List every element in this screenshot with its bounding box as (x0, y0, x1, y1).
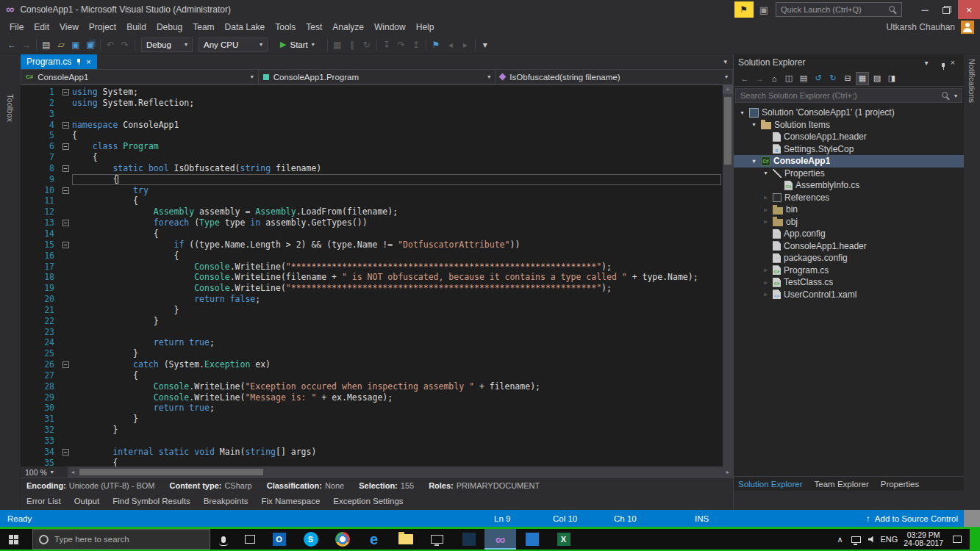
fold-collapse-icon[interactable]: − (59, 359, 72, 370)
menu-edit[interactable]: Edit (29, 22, 54, 32)
tree-expanded-arrow[interactable]: ▾ (762, 170, 770, 176)
excel-icon[interactable]: X (548, 529, 579, 550)
nav-dropdown-method[interactable]: IsObfuscated(string filename)▾ (496, 69, 733, 84)
collapse-all-icon[interactable]: ⊟ (841, 72, 854, 85)
code-editor[interactable]: 1−using System;2using System.Reflection;… (21, 84, 733, 467)
break-all-icon[interactable]: ∥ (345, 37, 360, 52)
tree-expanded-arrow[interactable]: ▾ (750, 121, 758, 128)
menu-debug[interactable]: Debug (151, 22, 187, 32)
tree-item-references[interactable]: ▹References (734, 192, 964, 204)
explorer-tab-solution-explorer[interactable]: Solution Explorer (738, 480, 803, 489)
fold-collapse-icon[interactable]: − (59, 447, 72, 458)
overflow-icon[interactable]: ▾ (478, 37, 493, 52)
edge-icon[interactable]: e (358, 529, 390, 550)
menu-project[interactable]: Project (84, 22, 121, 32)
tree-item-consoleapp1[interactable]: ▾C#ConsoleApp1 (734, 155, 964, 168)
step-over-icon[interactable]: ↷ (394, 37, 409, 52)
menu-help[interactable]: Help (411, 22, 440, 32)
menu-build[interactable]: Build (121, 22, 151, 32)
step-out-icon[interactable]: ↥ (409, 37, 423, 52)
notifications-side-tab[interactable]: Notifications (964, 54, 980, 510)
pin-icon[interactable] (76, 58, 82, 66)
home-icon[interactable]: ⌂ (768, 72, 781, 85)
sync-icon[interactable]: ↺ (812, 72, 825, 85)
menu-test[interactable]: Test (301, 22, 327, 32)
tree-collapsed-arrow[interactable]: ▹ (762, 218, 770, 225)
back-icon[interactable]: ← (4, 37, 19, 52)
menu-data-lake[interactable]: Data Lake (220, 22, 271, 32)
visual-studio-icon[interactable]: ∞ (484, 529, 516, 550)
tree-item-solution-consoleapp1-1-project[interactable]: ▾Solution 'ConsoleApp1' (1 project) (734, 107, 964, 119)
tab-program-cs[interactable]: Program.cs × (21, 54, 97, 69)
tree-collapsed-arrow[interactable]: ▹ (762, 206, 770, 213)
file-explorer-icon[interactable] (390, 529, 421, 550)
panel-tab-output[interactable]: Output (74, 497, 100, 505)
taskbar-search[interactable]: Type here to search (32, 529, 210, 550)
pending-changes-icon[interactable]: ▤ (797, 72, 810, 85)
refresh-icon[interactable]: ↻ (826, 72, 840, 85)
back-icon[interactable]: ← (738, 72, 751, 85)
tree-item-usercontrol1-xaml[interactable]: ▹<>UserControl1.xaml (734, 289, 964, 301)
tree-collapsed-arrow[interactable]: ▹ (762, 194, 770, 201)
tree-item-packages-config[interactable]: *packages.config (734, 252, 964, 264)
new-file-icon[interactable]: ▤ (39, 37, 54, 52)
save-all-icon[interactable]: ▣ (83, 37, 98, 52)
scroll-left-icon[interactable]: ◂ (68, 469, 78, 475)
forward-icon[interactable]: → (19, 37, 34, 52)
code-area[interactable]: 1−using System;2using System.Reflection;… (21, 85, 723, 467)
menu-analyze[interactable]: Analyze (327, 22, 369, 32)
tree-item-testclass-cs[interactable]: ▹C#TestClass.cs (734, 276, 964, 289)
properties-icon[interactable]: ▨ (870, 72, 884, 85)
menu-view[interactable]: View (54, 22, 84, 32)
fold-collapse-icon[interactable]: − (59, 240, 72, 251)
nav-dropdown-project[interactable]: C#ConsoleApp1▾ (21, 69, 259, 84)
flag-icon[interactable]: ⚑ (429, 37, 443, 52)
zoom-dropdown[interactable]: 100 % ▾ (21, 468, 68, 477)
signed-in-user[interactable]: Utkarsh Chauhan (887, 22, 955, 32)
tree-expanded-arrow[interactable]: ▾ (738, 109, 746, 116)
outlook-icon[interactable]: O (263, 529, 295, 550)
show-hidden-icons-button[interactable]: ∧ (831, 529, 848, 550)
save-icon[interactable]: ▣ (68, 37, 83, 52)
undo-icon[interactable]: ↶ (103, 37, 118, 52)
redo-icon[interactable]: ↷ (118, 37, 132, 52)
tree-item-bin[interactable]: ▹bin (734, 204, 964, 216)
scrollbar-thumb[interactable] (79, 469, 263, 475)
splitter-handle[interactable]: + (723, 85, 733, 94)
window-menu-chevron-icon[interactable]: ▾ (920, 59, 933, 67)
panel-tab-breakpoints[interactable]: Breakpoints (204, 497, 248, 505)
menu-window[interactable]: Window (369, 22, 411, 32)
explorer-tab-team-explorer[interactable]: Team Explorer (815, 480, 869, 489)
restart-icon[interactable]: ↻ (360, 37, 374, 52)
user-avatar[interactable] (961, 21, 974, 34)
fold-collapse-icon[interactable]: − (59, 141, 72, 152)
fold-collapse-icon[interactable]: − (59, 217, 72, 228)
menu-tools[interactable]: Tools (270, 22, 301, 32)
tree-item-properties[interactable]: ▾Properties (734, 168, 964, 180)
panel-tab-error-list[interactable]: Error List (26, 497, 61, 505)
minimize-button[interactable]: ─ (914, 0, 936, 19)
tree-item-obj[interactable]: ▹obj (734, 216, 964, 228)
preview-icon[interactable]: ◨ (885, 72, 898, 85)
fold-collapse-icon[interactable]: − (59, 87, 72, 98)
panel-tab-find-symbol-results[interactable]: Find Symbol Results (112, 497, 190, 505)
start-button[interactable] (0, 529, 32, 550)
restore-button[interactable] (936, 0, 958, 19)
nav-dropdown-class[interactable]: ConsoleApp1.Program▾ (259, 69, 496, 84)
dark-app-icon[interactable] (453, 529, 484, 550)
tree-item-program-cs[interactable]: ▹C#Program.cs (734, 264, 964, 277)
attach-process-icon[interactable]: ▦ (330, 37, 345, 52)
solution-explorer-search-input[interactable]: Search Solution Explorer (Ctrl+;) ▾ (735, 88, 962, 103)
tree-collapsed-arrow[interactable]: ▹ (762, 279, 770, 286)
forward-icon[interactable]: → (753, 72, 766, 85)
feedback-flag-icon[interactable]: ⚑ (734, 1, 754, 18)
tree-item-consoleapp1-header[interactable]: ConsoleApp1.header (734, 240, 964, 253)
document-list-chevron-icon[interactable]: ▾ (723, 58, 727, 65)
bookmark-prev-icon[interactable]: ◂ (443, 37, 458, 52)
action-center-button[interactable] (949, 529, 965, 550)
close-icon[interactable]: × (946, 59, 959, 67)
fold-collapse-icon[interactable]: − (59, 163, 72, 174)
quick-launch-input[interactable]: Quick Launch (Ctrl+Q) (776, 2, 902, 17)
tree-item-solution-items[interactable]: ▾Solution Items (734, 119, 964, 132)
editor-horizontal-scrollbar[interactable]: ◂ ▸ (68, 467, 733, 478)
